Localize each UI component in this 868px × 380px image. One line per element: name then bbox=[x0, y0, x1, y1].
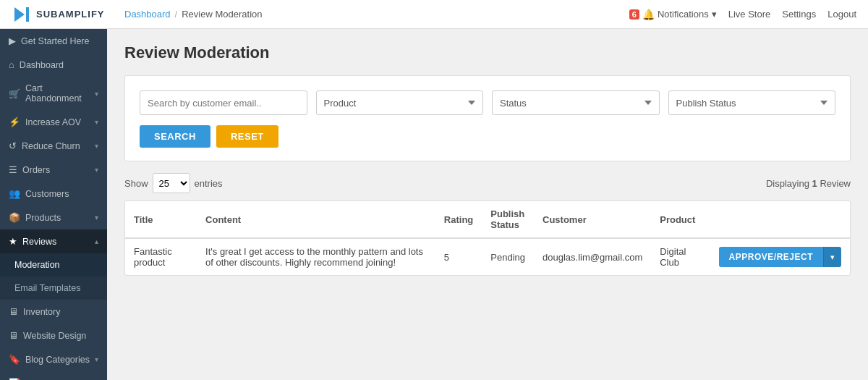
sidebar-item-reviews[interactable]: ★ Reviews ▴ bbox=[0, 229, 107, 253]
reviews-table: Title Content Rating PublishStatus Custo… bbox=[125, 201, 850, 275]
sidebar: ▶ Get Started Here ⌂ Dashboard 🛒 Cart Ab… bbox=[0, 29, 107, 380]
sidebar-label-inventory: Inventory bbox=[23, 307, 60, 317]
publish-status-select[interactable]: Publish Status bbox=[668, 90, 836, 115]
filter-buttons: SEARCH RESET bbox=[140, 125, 835, 148]
breadcrumb: Dashboard / Review Moderation bbox=[124, 9, 263, 20]
play-icon: ▶ bbox=[9, 35, 16, 46]
cell-customer: douglas.lim@gmail.com bbox=[534, 238, 651, 275]
blog-cat-icon: 🔖 bbox=[9, 354, 20, 365]
sidebar-item-email-templates[interactable]: Email Templates bbox=[0, 276, 107, 300]
sidebar-label-reduce-churn: Reduce Churn bbox=[22, 141, 80, 151]
col-publish-status: PublishStatus bbox=[482, 201, 534, 238]
sidebar-item-reduce-churn[interactable]: ↺ Reduce Churn ▾ bbox=[0, 134, 107, 158]
col-content: Content bbox=[197, 201, 435, 238]
chevron-down-icon: ▾ bbox=[95, 90, 98, 98]
filter-row: Product Status Publish Status bbox=[140, 90, 835, 115]
sidebar-label-blog-categories: Blog Categories bbox=[25, 355, 90, 365]
sidebar-item-cart-abandonment[interactable]: 🛒 Cart Abandonment ▾ bbox=[0, 77, 107, 110]
displaying-prefix: Displaying bbox=[766, 178, 809, 189]
sidebar-label-website-design: Website Design bbox=[23, 331, 86, 341]
breadcrumb-separator: / bbox=[175, 9, 178, 20]
show-label: Show bbox=[124, 178, 148, 189]
entries-select[interactable]: 10 25 50 100 bbox=[153, 173, 190, 193]
col-title: Title bbox=[125, 201, 197, 238]
chevron-down-icon: ▾ bbox=[95, 355, 98, 363]
sidebar-item-blog-posts[interactable]: 📝 Blog Posts ▾ bbox=[0, 371, 107, 380]
top-header: SUBAMPLIFY Dashboard / Review Moderation… bbox=[0, 0, 868, 29]
cart-icon: 🛒 bbox=[9, 88, 20, 99]
bell-icon: 🔔 bbox=[642, 9, 655, 20]
displaying-count: 1 bbox=[812, 178, 817, 189]
chevron-down-icon: ▾ bbox=[95, 214, 98, 221]
main-content: Review Moderation Product Status Publish… bbox=[107, 29, 868, 380]
chevron-down-icon: ▾ bbox=[95, 166, 98, 174]
sidebar-label-get-started: Get Started Here bbox=[21, 36, 90, 46]
chevron-down-icon: ▾ bbox=[95, 118, 98, 126]
breadcrumb-current: Review Moderation bbox=[182, 9, 262, 20]
sidebar-label-dashboard: Dashboard bbox=[20, 60, 64, 70]
table-header-row: Title Content Rating PublishStatus Custo… bbox=[125, 201, 850, 238]
notifications-area[interactable]: 6 🔔 Notifications ▾ bbox=[629, 9, 717, 20]
sidebar-item-increase-aov[interactable]: ⚡ Increase AOV ▾ bbox=[0, 110, 107, 134]
sidebar-item-website-design[interactable]: 🖥 Website Design bbox=[0, 324, 107, 347]
breadcrumb-parent[interactable]: Dashboard bbox=[124, 9, 171, 20]
sidebar-label-orders: Orders bbox=[22, 165, 50, 175]
notification-badge: 6 bbox=[629, 9, 639, 20]
logo-text: SUBAMPLIFY bbox=[36, 9, 105, 20]
table-controls: Show 10 25 50 100 entries Displaying 1 R… bbox=[124, 173, 851, 193]
sidebar-item-inventory[interactable]: 🖥 Inventory bbox=[0, 300, 107, 324]
sidebar-item-get-started[interactable]: ▶ Get Started Here bbox=[0, 29, 107, 53]
chevron-down-icon: ▾ bbox=[95, 142, 98, 150]
sidebar-label-email-templates: Email Templates bbox=[14, 283, 80, 293]
data-table: Title Content Rating PublishStatus Custo… bbox=[124, 200, 851, 276]
inventory-icon: 🖥 bbox=[9, 306, 18, 317]
header-right: 6 🔔 Notifications ▾ Live Store Settings … bbox=[629, 9, 856, 20]
approve-reject-button[interactable]: APPROVE/REJECT bbox=[719, 247, 823, 267]
col-action bbox=[710, 201, 850, 238]
settings-link[interactable]: Settings bbox=[782, 9, 816, 20]
header-left: SUBAMPLIFY Dashboard / Review Moderation bbox=[12, 4, 263, 25]
search-input[interactable] bbox=[140, 90, 307, 115]
aov-icon: ⚡ bbox=[9, 117, 20, 127]
product-select[interactable]: Product bbox=[316, 90, 484, 115]
col-product: Product bbox=[651, 201, 710, 238]
sidebar-label-increase-aov: Increase AOV bbox=[25, 117, 81, 127]
sidebar-item-moderation[interactable]: Moderation bbox=[0, 253, 107, 276]
col-rating: Rating bbox=[435, 201, 482, 238]
orders-icon: ☰ bbox=[9, 164, 17, 175]
home-icon: ⌂ bbox=[9, 59, 14, 70]
cell-publish-status: Pending bbox=[482, 238, 534, 275]
cell-product: Digital Club bbox=[651, 238, 710, 275]
notifications-label: Notifications bbox=[658, 9, 709, 20]
logout-link[interactable]: Logout bbox=[827, 9, 856, 20]
show-entries: Show 10 25 50 100 entries bbox=[124, 173, 223, 193]
sidebar-item-blog-categories[interactable]: 🔖 Blog Categories ▾ bbox=[0, 347, 107, 371]
col-customer: Customer bbox=[534, 201, 651, 238]
sidebar-label-customers: Customers bbox=[25, 189, 69, 199]
action-dropdown-button[interactable]: ▾ bbox=[823, 247, 841, 267]
status-select[interactable]: Status bbox=[492, 90, 660, 115]
sidebar-label-cart-abandonment: Cart Abandonment bbox=[25, 83, 90, 104]
sidebar-item-customers[interactable]: 👥 Customers bbox=[0, 182, 107, 206]
products-icon: 📦 bbox=[9, 212, 20, 223]
live-store-link[interactable]: Live Store bbox=[728, 9, 771, 20]
main-layout: ▶ Get Started Here ⌂ Dashboard 🛒 Cart Ab… bbox=[0, 29, 868, 380]
displaying-suffix: Review bbox=[820, 178, 851, 189]
notifications-chevron-icon: ▾ bbox=[712, 9, 717, 20]
reviews-icon: ★ bbox=[9, 236, 17, 247]
svg-rect-1 bbox=[26, 7, 29, 22]
sidebar-item-orders[interactable]: ☰ Orders ▾ bbox=[0, 158, 107, 182]
page-title: Review Moderation bbox=[124, 43, 851, 62]
sidebar-label-reviews: Reviews bbox=[22, 237, 56, 247]
filter-box: Product Status Publish Status SEARCH RES… bbox=[124, 75, 851, 161]
search-button[interactable]: SEARCH bbox=[140, 125, 210, 148]
cell-rating: 5 bbox=[435, 238, 482, 275]
svg-marker-0 bbox=[14, 7, 25, 22]
customers-icon: 👥 bbox=[9, 188, 20, 199]
churn-icon: ↺ bbox=[9, 140, 17, 151]
sidebar-item-products[interactable]: 📦 Products ▾ bbox=[0, 206, 107, 229]
sidebar-item-dashboard[interactable]: ⌂ Dashboard bbox=[0, 53, 107, 77]
sidebar-label-products: Products bbox=[25, 213, 61, 223]
reset-button[interactable]: RESET bbox=[216, 125, 278, 148]
cell-action: APPROVE/REJECT ▾ bbox=[710, 238, 850, 275]
